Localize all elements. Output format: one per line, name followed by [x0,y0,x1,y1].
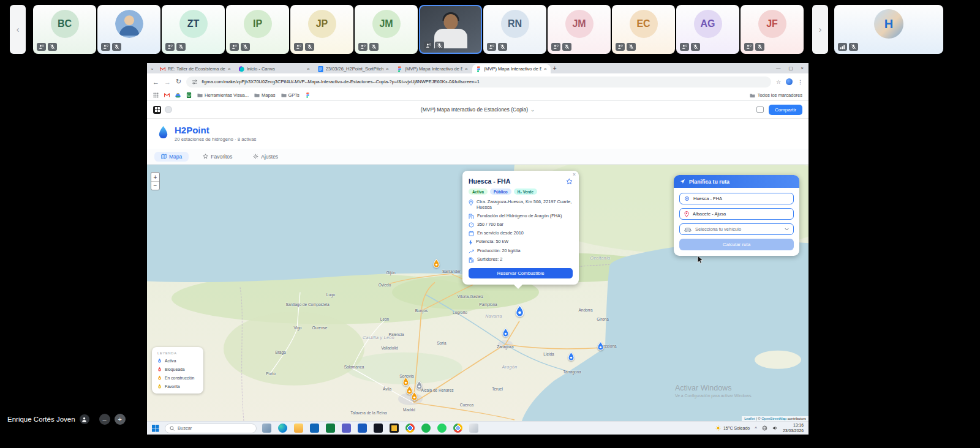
participants-scroll-right-button[interactable]: › [812,5,828,54]
participant-tile[interactable]: ZT [162,5,225,54]
camera-icon[interactable] [469,424,478,433]
participant-tile[interactable]: JM [355,5,418,54]
browser-tab[interactable]: Inicio - Canva× [235,64,314,73]
edge-icon[interactable] [278,424,287,433]
whatsapp-icon[interactable] [437,424,447,433]
word-icon[interactable] [358,424,367,433]
bookmark-folder[interactable]: Mapas [254,92,276,98]
figma-bookmark-icon[interactable] [305,92,311,98]
drive-bookmark-icon[interactable] [175,92,181,98]
file-explorer-icon[interactable] [294,424,303,433]
tradingview-icon[interactable] [374,424,383,433]
station-marker[interactable] [597,342,605,351]
participant-tile[interactable]: IP [226,5,289,54]
route-origin-input[interactable]: Huesca - FHA [679,193,794,204]
binance-icon[interactable] [390,424,399,433]
forward-button[interactable]: → [164,78,171,86]
tab-close-icon[interactable]: × [544,66,547,72]
favorite-star-icon[interactable] [566,178,573,185]
close-window-button[interactable]: × [801,65,804,71]
zoom-in-overlay-button[interactable]: + [115,414,126,425]
gmail-bookmark-icon[interactable] [164,92,170,98]
outlook-icon[interactable] [310,424,319,433]
participants-scroll-left-button[interactable]: ‹ [10,5,26,54]
tab-close-icon[interactable]: × [307,66,310,72]
participant-tile[interactable]: JP [290,5,353,54]
preview-toggle-icon[interactable] [756,106,764,113]
browser-tab[interactable]: 23/03/26_H2Point_SortPitch...× [314,64,393,73]
bookmark-folder[interactable]: GPTs [281,92,300,98]
extension-icon[interactable] [786,78,793,85]
osm-link[interactable]: OpenStreetMap [761,417,786,420]
taskbar-clock[interactable]: 13:16 23/03/2026 [783,423,804,433]
zoom-out-overlay-button[interactable]: – [99,414,110,425]
participant-tile[interactable]: AG [676,5,739,54]
reload-button[interactable]: ↻ [176,78,181,86]
reserve-fuel-button[interactable]: Reservar Combustible [469,268,573,278]
bookmark-star-icon[interactable]: ☆ [776,79,781,85]
teams-icon[interactable] [342,424,351,433]
station-marker[interactable] [405,386,413,395]
spotify-icon[interactable] [421,424,431,433]
app-tab-mapa[interactable]: Mapa [154,152,189,162]
tab-close-icon[interactable]: × [465,66,468,72]
participant-tile[interactable]: EC [612,5,675,54]
leaflet-link[interactable]: Leaflet [744,417,755,420]
participant-tile[interactable]: JF [741,5,804,54]
zoom-out-button[interactable]: − [151,181,159,190]
browser-tab[interactable]: RE: Taller de Ecosistema de Mo...× [156,64,235,73]
tab-close-icon[interactable]: × [386,66,389,72]
station-marker[interactable] [432,259,440,269]
station-marker[interactable] [415,381,423,390]
apps-grid-icon[interactable] [153,92,159,98]
tile-badges [424,42,444,50]
browser-menu-icon[interactable]: ⋮ [797,79,803,85]
task-view-icon[interactable] [262,424,271,433]
station-marker[interactable] [502,328,510,338]
chrome-beta-icon[interactable] [453,424,462,433]
calculate-route-button[interactable]: Calcular ruta [679,239,794,250]
bolt-icon [469,239,473,245]
tray-chevron-icon[interactable]: ^ [755,425,757,431]
start-button[interactable] [152,425,159,432]
participant-tile-video[interactable] [419,5,482,54]
vehicle-select[interactable]: Selecciona tu vehículo [679,223,794,235]
app-tab-favoritos[interactable]: Favoritos [196,152,239,162]
sheets-bookmark-icon[interactable] [186,92,192,98]
participant-tile-far[interactable]: H [834,5,943,54]
station-marker[interactable] [567,352,575,362]
zoom-in-button[interactable]: + [151,173,159,181]
popup-close-icon[interactable]: × [573,171,576,177]
browser-tab[interactable]: (MVP) Mapa Interactivo de Esta...× [472,64,551,73]
taskbar-search[interactable]: Buscar [165,424,257,433]
weather-widget[interactable]: 15°C Soleado [715,425,750,431]
chrome-icon[interactable] [405,424,415,433]
windows-activation-watermark: Activar Windows Ve a Configuración para … [675,384,752,398]
bookmark-folder[interactable]: Herramientas Visua... [197,92,249,98]
volume-icon[interactable] [772,425,778,431]
participant-tile[interactable]: JM [548,5,611,54]
network-icon[interactable] [762,425,767,431]
avatar-chip[interactable] [165,106,172,113]
map-canvas[interactable]: GijónOviedoSantanderBilbaoSantiago de Co… [147,165,809,421]
maximize-button[interactable]: ▢ [789,65,793,71]
tab-search-icon[interactable]: ⌄ [150,65,154,71]
tab-close-icon[interactable]: × [228,66,231,72]
participant-tile[interactable]: BC [33,5,96,54]
address-bar[interactable]: figma.com/make/zpPjh3X70U0Zecg3CPif4U/-M… [186,77,771,88]
station-marker[interactable] [514,305,525,318]
tile-badges [680,43,700,51]
share-button[interactable]: Compartir [769,105,802,115]
route-destination-input[interactable]: Albacete - Ajusa [679,208,794,220]
participant-tile[interactable] [97,5,160,54]
browser-tab[interactable]: (MVP) Mapa Interactivo de Esta...× [393,64,472,73]
app-tab-ajustes[interactable]: Ajustes [246,152,285,162]
back-button[interactable]: ← [153,78,159,86]
new-tab-button[interactable]: + [551,64,559,73]
all-bookmarks[interactable]: Todos los marcadores [750,92,802,98]
minimize-button[interactable]: — [776,65,781,71]
figma-make-logo-icon[interactable] [153,106,161,114]
participant-tile[interactable]: RN [483,5,546,54]
excel-icon[interactable] [326,424,335,433]
figma-file-title[interactable]: (MVP) Mapa Interactivo de Estaciones (Co… [421,106,535,113]
